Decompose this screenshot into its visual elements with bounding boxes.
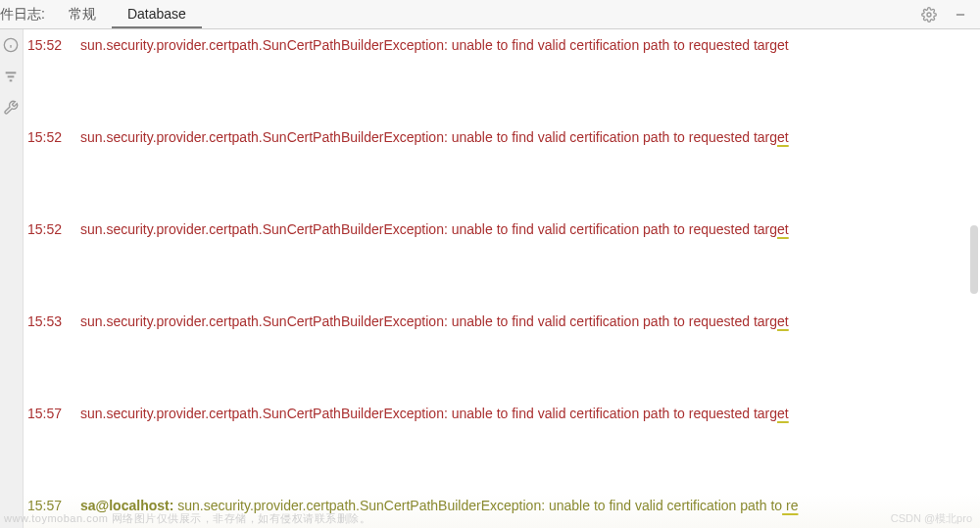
left-toolbar bbox=[0, 29, 24, 528]
log-time: 15:53 bbox=[27, 313, 80, 329]
log-message: sun.security.provider.certpath.SunCertPa… bbox=[80, 129, 980, 145]
log-row[interactable]: 15:52 sun.security.provider.certpath.Sun… bbox=[24, 33, 980, 125]
svg-rect-6 bbox=[7, 75, 14, 77]
svg-rect-5 bbox=[5, 72, 16, 73]
log-row[interactable]: 15:57 sun.security.provider.certpath.Sun… bbox=[24, 402, 980, 494]
svg-point-0 bbox=[927, 13, 931, 17]
svg-rect-7 bbox=[9, 79, 12, 81]
log-row[interactable]: 15:52 sun.security.provider.certpath.Sun… bbox=[24, 125, 980, 217]
log-message: sun.security.provider.certpath.SunCertPa… bbox=[80, 221, 980, 237]
log-message: sun.security.provider.certpath.SunCertPa… bbox=[80, 313, 980, 329]
watermark-left: www.toymoban.com 网络图片仅供展示，非存储，如有侵权请联系删除。 bbox=[4, 511, 370, 526]
panel-title: 件日志: bbox=[0, 6, 53, 24]
tab-database[interactable]: Database bbox=[112, 0, 202, 28]
log-time: 15:52 bbox=[27, 37, 80, 53]
log-row[interactable]: 15:52 sun.security.provider.certpath.Sun… bbox=[24, 217, 980, 310]
log-time: 15:52 bbox=[27, 129, 80, 145]
tab-general[interactable]: 常规 bbox=[53, 0, 112, 28]
scrollbar-thumb[interactable] bbox=[970, 225, 978, 294]
info-icon[interactable] bbox=[3, 37, 21, 55]
tab-list: 常规 Database bbox=[53, 0, 917, 28]
log-list: 15:52 sun.security.provider.certpath.Sun… bbox=[24, 29, 980, 528]
log-message: sun.security.provider.certpath.SunCertPa… bbox=[80, 406, 980, 421]
header-bar: 件日志: 常规 Database bbox=[0, 0, 980, 29]
main-area: 15:52 sun.security.provider.certpath.Sun… bbox=[0, 29, 980, 528]
watermark-right: CSDN @模北pro bbox=[891, 511, 972, 526]
log-row[interactable]: 15:53 sun.security.provider.certpath.Sun… bbox=[24, 310, 980, 402]
log-message: sun.security.provider.certpath.SunCertPa… bbox=[80, 37, 980, 53]
header-actions bbox=[917, 3, 980, 26]
log-time: 15:57 bbox=[27, 406, 80, 421]
wrench-icon[interactable] bbox=[3, 100, 21, 118]
log-time: 15:52 bbox=[27, 221, 80, 237]
filter-icon[interactable] bbox=[3, 69, 21, 86]
minimize-icon[interactable] bbox=[949, 3, 972, 26]
log-panel: 15:52 sun.security.provider.certpath.Sun… bbox=[24, 29, 980, 528]
gear-icon[interactable] bbox=[917, 3, 941, 26]
